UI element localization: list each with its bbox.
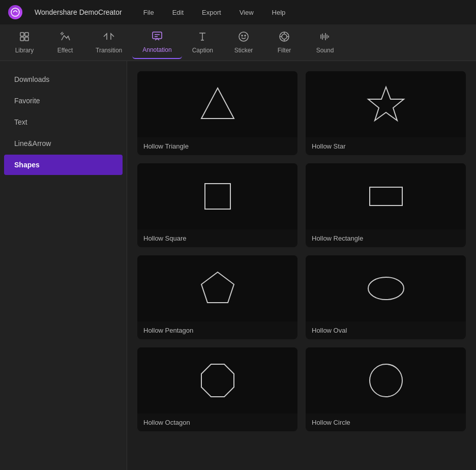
toolbar-sound[interactable]: Sound [305,26,345,59]
shape-preview-hollow-oval [306,255,466,321]
transition-icon [103,31,114,44]
sound-label: Sound [316,47,334,54]
shape-preview-hollow-pentagon [137,255,298,321]
tool-bar: Library Effect Transition [0,24,476,61]
svg-point-12 [242,35,243,36]
caption-icon [197,31,208,44]
effect-label: Effect [57,47,73,54]
svg-point-13 [245,35,246,36]
menu-help[interactable]: Help [269,7,289,18]
toolbar-transition[interactable]: Transition [85,26,132,59]
menu-view[interactable]: View [236,7,257,18]
shape-card-hollow-triangle[interactable]: Hollow Triangle [137,71,298,155]
svg-point-11 [239,32,248,41]
shape-label-hollow-star: Hollow Star [306,137,466,155]
shape-preview-hollow-octagon [137,347,298,414]
svg-point-0 [11,8,19,16]
svg-point-31 [368,277,404,300]
svg-rect-5 [153,32,162,39]
toolbar-sticker[interactable]: Sticker [223,26,264,59]
shape-label-hollow-oval: Hollow Oval [306,321,466,339]
shape-label-hollow-pentagon: Hollow Pentagon [137,321,298,339]
shape-card-hollow-circle[interactable]: Hollow Circle [306,347,466,431]
shape-card-hollow-rectangle[interactable]: Hollow Rectangle [306,163,466,247]
sound-icon [319,31,331,44]
svg-rect-4 [25,37,28,41]
svg-point-33 [370,364,402,397]
shape-preview-hollow-rectangle [306,163,466,229]
filter-label: Filter [278,47,291,54]
shape-preview-hollow-circle [306,347,466,414]
main-layout: Downloads Favorite Text Line&Arrow Shape… [0,61,476,470]
svg-marker-26 [201,88,234,119]
shape-label-hollow-circle: Hollow Circle [306,414,466,431]
shape-card-hollow-oval[interactable]: Hollow Oval [306,255,466,339]
menu-bar: File Edit Export View Help [140,7,468,18]
sticker-icon [238,31,249,44]
sidebar-item-shapes[interactable]: Shapes [4,155,123,175]
shape-card-hollow-star[interactable]: Hollow Star [306,71,466,155]
svg-rect-28 [205,184,230,209]
content-area: Hollow Triangle Hollow Star Hollow [127,61,476,470]
svg-rect-3 [20,37,24,41]
menu-edit[interactable]: Edit [169,7,187,18]
svg-marker-27 [368,87,404,121]
shape-preview-hollow-star [306,71,466,137]
svg-rect-29 [370,187,402,205]
sidebar-item-linearrow[interactable]: Line&Arrow [4,133,123,154]
shapes-grid: Hollow Triangle Hollow Star Hollow [137,71,466,431]
app-title: Wondershare DemoCreator [35,8,122,16]
app-logo [8,5,22,19]
sidebar-item-downloads[interactable]: Downloads [4,69,123,90]
sidebar-item-favorite[interactable]: Favorite [4,91,123,111]
toolbar-effect[interactable]: Effect [45,26,85,59]
shape-preview-hollow-square [137,163,298,229]
title-bar: Wondershare DemoCreator File Edit Export… [0,0,476,24]
library-icon [19,31,30,44]
shape-label-hollow-octagon: Hollow Octagon [137,414,298,431]
shape-label-hollow-square: Hollow Square [137,229,298,247]
shape-preview-hollow-triangle [137,71,298,137]
filter-icon [279,31,290,44]
caption-label: Caption [192,47,213,54]
shape-label-hollow-triangle: Hollow Triangle [137,137,298,155]
sidebar-item-text[interactable]: Text [4,112,123,132]
shape-card-hollow-pentagon[interactable]: Hollow Pentagon [137,255,298,339]
svg-marker-30 [201,272,234,303]
sticker-label: Sticker [234,47,253,54]
shape-card-hollow-octagon[interactable]: Hollow Octagon [137,347,298,431]
annotation-label: Annotation [142,46,171,53]
menu-export[interactable]: Export [199,7,224,18]
transition-label: Transition [96,47,122,54]
svg-point-15 [282,34,287,39]
annotation-icon [152,31,163,43]
svg-marker-32 [201,364,234,397]
svg-rect-2 [25,33,28,36]
toolbar-library[interactable]: Library [4,26,45,59]
menu-file[interactable]: File [140,7,157,18]
effect-icon [60,31,71,44]
library-label: Library [15,47,34,54]
toolbar-annotation[interactable]: Annotation [132,26,182,59]
svg-rect-1 [20,33,24,36]
shape-card-hollow-square[interactable]: Hollow Square [137,163,298,247]
toolbar-filter[interactable]: Filter [264,26,305,59]
shape-label-hollow-rectangle: Hollow Rectangle [306,229,466,247]
toolbar-caption[interactable]: Caption [182,26,223,59]
sidebar: Downloads Favorite Text Line&Arrow Shape… [0,61,127,470]
